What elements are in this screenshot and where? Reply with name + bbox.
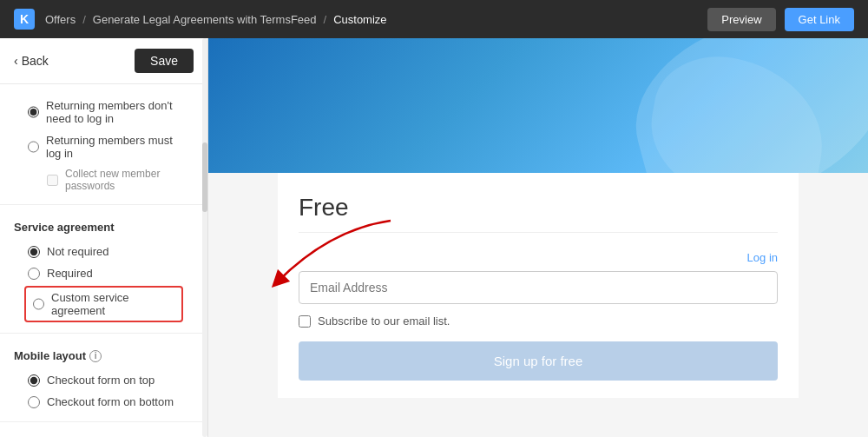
divider-2 (0, 333, 207, 334)
breadcrumb-customize: Customize (333, 13, 386, 26)
checkout-card: Free Log in Subscribe to our email list.… (278, 173, 799, 398)
sidebar: ‹ Back Save Returning members don't need… (0, 38, 208, 437)
not-required-option[interactable]: Not required (14, 241, 194, 262)
collect-passwords-option[interactable]: Collect new member passwords (14, 164, 194, 195)
breadcrumb-sep-2: / (324, 13, 327, 26)
breadcrumb-termsfeed[interactable]: Generate Legal Agreements with TermsFeed (93, 13, 317, 26)
scrollbar-track (202, 38, 207, 437)
divider-3 (0, 421, 207, 422)
plan-title: Free (299, 194, 778, 233)
top-nav-actions: Preview Get Link (707, 8, 854, 31)
checkout-form-bottom-option[interactable]: Checkout form on bottom (14, 391, 194, 413)
scrollbar-thumb[interactable] (202, 142, 207, 212)
subscribe-checkbox[interactable] (299, 315, 311, 328)
logo-icon: K (14, 9, 35, 30)
content-area: Free Log in Subscribe to our email list.… (208, 38, 868, 437)
subscribe-row: Subscribe to our email list. (299, 315, 778, 328)
get-link-button[interactable]: Get Link (785, 8, 854, 31)
back-button[interactable]: ‹ Back (14, 54, 49, 68)
required-option[interactable]: Required (14, 262, 194, 284)
checkout-form-top-option[interactable]: Checkout form on top (14, 369, 194, 391)
footer-section: Footer Select navbar ▼ (0, 427, 207, 437)
mobile-layout-label: Mobile layout i (14, 349, 194, 362)
subscribe-label: Subscribe to our email list. (318, 315, 450, 328)
service-agreement-label: Service agreement (14, 221, 194, 234)
service-agreement-section: Service agreement Not required Required … (0, 210, 207, 328)
sidebar-header: ‹ Back Save (0, 38, 207, 84)
returning-must-login-option[interactable]: Returning members must log in (14, 129, 194, 164)
chevron-left-icon: ‹ (14, 54, 18, 68)
preview-button[interactable]: Preview (707, 8, 775, 31)
save-button[interactable]: Save (135, 49, 194, 73)
log-in-link[interactable]: Log in (747, 251, 778, 264)
divider-1 (0, 204, 207, 205)
breadcrumb-offers[interactable]: Offers (45, 13, 76, 26)
signup-button[interactable]: Sign up for free (299, 341, 778, 381)
mobile-layout-section: Mobile layout i Checkout form on top Che… (0, 339, 207, 416)
log-in-row: Log in (299, 250, 778, 264)
sidebar-scroll: Returning members don't need to log in R… (0, 84, 207, 437)
returning-members-section: Returning members don't need to log in R… (0, 84, 207, 199)
breadcrumb-sep-1: / (82, 13, 86, 26)
top-nav: K Offers / Generate Legal Agreements wit… (0, 0, 868, 38)
breadcrumb: K Offers / Generate Legal Agreements wit… (14, 9, 387, 30)
info-icon: i (89, 350, 102, 362)
email-input[interactable] (299, 271, 778, 304)
custom-service-agreement-option[interactable]: Custom service agreement (24, 286, 183, 322)
main-layout: ‹ Back Save Returning members don't need… (0, 38, 868, 437)
hero-banner (208, 38, 868, 173)
returning-no-login-option[interactable]: Returning members don't need to log in (14, 95, 194, 129)
